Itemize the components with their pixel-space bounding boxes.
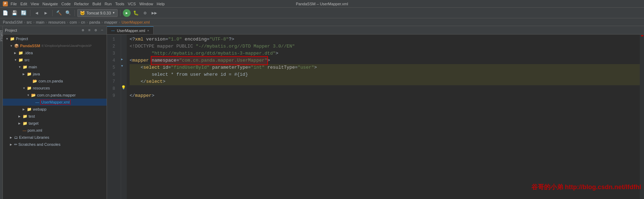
tree-main-label: main	[29, 65, 37, 69]
tree-item-resources[interactable]: ▼ 📁 resources	[3, 85, 107, 92]
project-header: Project ⊕ ≡ ⚙ −	[3, 26, 107, 35]
code-content[interactable]: <?xml version="1.0" encoding="UTF-8"?> <…	[127, 35, 640, 199]
toolbar-coverage[interactable]: ⚙	[141, 9, 149, 17]
project-list-icon[interactable]: ≡	[87, 28, 92, 33]
fold-arrow-5[interactable]: ▼	[121, 63, 127, 70]
tree-item-project-root[interactable]: ▼ 📁 Project	[3, 35, 107, 42]
side-panel: Project	[0, 26, 3, 199]
line-num-1: 1	[107, 36, 118, 43]
breadcrumb: PandaSSM › src › main › resources › com …	[0, 18, 644, 26]
line-numbers: 1 2 3 4 5 6 7 8 9	[107, 35, 121, 199]
target-folder-icon: 📁	[23, 121, 28, 126]
run-button[interactable]: ▶	[123, 9, 131, 17]
ext-lib-arrow: ▶	[10, 136, 14, 139]
tree-item-scratches[interactable]: ▶ ✏ Scratches and Consoles	[3, 141, 107, 148]
tree-item-ext-libraries[interactable]: ▶ 🗂 External Libraries	[3, 134, 107, 141]
resources-arrow: ▼	[23, 87, 27, 90]
breadcrumb-src[interactable]: src	[26, 20, 32, 24]
tree-ext-lib-label: External Libraries	[19, 135, 49, 139]
breadcrumb-mapper[interactable]: mapper	[104, 20, 117, 24]
breadcrumb-cn[interactable]: cn	[81, 20, 85, 24]
fold-arrow-4[interactable]: ▶	[121, 56, 127, 63]
app-icon: P	[3, 1, 8, 6]
menu-navigate[interactable]: Navigate	[42, 2, 58, 6]
code-line-9: </mapper>	[130, 92, 640, 99]
tree-java-label: java	[33, 72, 40, 76]
toolbar-search[interactable]: 🔍	[64, 9, 72, 17]
menu-code[interactable]: Code	[61, 2, 71, 6]
tree-item-usermapper[interactable]: — UserMapper.xml	[3, 99, 107, 106]
menu-file[interactable]: File	[11, 2, 17, 6]
line-num-9: 9	[107, 92, 118, 99]
toolbar-back[interactable]: ◀	[33, 9, 41, 17]
tree-item-src[interactable]: ▼ 📁 src	[3, 56, 107, 63]
menu-bar[interactable]: File Edit View Navigate Code Refactor Bu…	[11, 2, 165, 6]
run-config-dropdown[interactable]: 🐱 Tomcat 9.0.33 ▼	[77, 9, 118, 17]
code-line-3: "http://mybatis.org/dtd/mybatis-3-mapper…	[130, 50, 640, 57]
tree-item-main[interactable]: ▼ 📁 main	[3, 63, 107, 70]
title-bar: P File Edit View Navigate Code Refactor …	[0, 0, 644, 8]
menu-edit[interactable]: Edit	[20, 2, 27, 6]
tree-usermapper-label: UserMapper.xml	[40, 100, 71, 105]
menu-help[interactable]: Help	[157, 2, 165, 6]
debug-button[interactable]: 🐛	[132, 9, 140, 17]
menu-tools[interactable]: Tools	[115, 2, 124, 6]
tree-item-test[interactable]: ▶ 📁 test	[3, 113, 107, 120]
tree-idea-label: .idea	[24, 51, 33, 55]
tree-item-mapper-folder[interactable]: ▼ 📂 com.cn.panda.mapper	[3, 92, 107, 99]
breadcrumb-panda[interactable]: panda	[89, 20, 100, 24]
target-arrow: ▶	[18, 122, 23, 125]
editor-left-gutter: 1 2 3 4 5 6 7 8 9 ▶	[107, 35, 127, 199]
tree-item-idea[interactable]: ▶ 📁 .idea	[3, 49, 107, 56]
scrollbar[interactable]	[640, 35, 644, 199]
tree-item-pomxml[interactable]: — pom.xml	[3, 127, 107, 134]
breadcrumb-pandassmm[interactable]: PandaSSM	[3, 20, 23, 24]
pandassmm-arrow: ▼	[10, 44, 14, 48]
lamp-8[interactable]: 💡	[121, 84, 127, 91]
project-folder-icon: 📁	[10, 37, 15, 41]
webapp-arrow: ▶	[23, 108, 27, 111]
tree-item-pandassmm[interactable]: ▼ 📦 PandaSSM E:\Dropbox\phoenix\JavaProj…	[3, 42, 107, 49]
project-settings-icon[interactable]: ⚙	[93, 28, 98, 33]
dropdown-arrow-icon: ▼	[112, 11, 115, 14]
menu-build[interactable]: Build	[93, 2, 101, 6]
breadcrumb-file[interactable]: UserMapper.xml	[121, 20, 150, 24]
project-minimize-icon[interactable]: −	[100, 28, 105, 33]
line-num-4: 4	[107, 57, 118, 64]
webapp-folder-icon: 📁	[27, 107, 32, 112]
code-editor[interactable]: 1 2 3 4 5 6 7 8 9 ▶	[107, 35, 644, 199]
toolbar-forward[interactable]: ▶	[42, 9, 50, 17]
menu-refactor[interactable]: Refactor	[74, 2, 89, 6]
project-add-icon[interactable]: ⊕	[80, 28, 85, 33]
breadcrumb-com[interactable]: com	[70, 20, 77, 24]
project-panel: Project ⊕ ≡ ⚙ − ▼ 📁 Project ▼ 📦 PandaS	[3, 26, 107, 199]
project-arrow: ▼	[6, 37, 10, 41]
toolbar: 📄 💾 🔄 ◀ ▶ 🔨 🔍 🐱 Tomcat 9.0.33 ▼ ▶ 🐛 ⚙ ▶▶	[0, 8, 644, 18]
tree-item-com-cn-panda[interactable]: 📂 com.cn.panda	[3, 77, 107, 85]
mapper-folder-arrow: ▼	[27, 94, 31, 97]
menu-window[interactable]: Window	[139, 2, 153, 6]
tree-item-target[interactable]: ▶ 📁 target	[3, 120, 107, 127]
toolbar-save[interactable]: 💾	[11, 9, 18, 17]
src-folder-icon: 📁	[18, 58, 23, 62]
breadcrumb-resources[interactable]: resources	[48, 20, 65, 24]
tab-label: UserMapper.xml	[117, 29, 145, 33]
editor-area: — UserMapper.xml × 1 2 3 4 5 6 7 8 9	[107, 26, 644, 199]
toolbar-more[interactable]: ▶▶	[150, 9, 158, 17]
menu-run[interactable]: Run	[105, 2, 112, 6]
tree-pom-label: pom.xml	[28, 128, 42, 132]
window-title: PandaSSM – UserMapper.xml	[296, 2, 348, 6]
toolbar-sync[interactable]: 🔄	[20, 9, 28, 17]
tree-item-java[interactable]: ▶ 📁 java	[3, 70, 107, 77]
menu-view[interactable]: View	[31, 2, 39, 6]
menu-vcs[interactable]: VCS	[128, 2, 136, 6]
code-line-4: <mapper namespace="com.cn.panda.mapper.U…	[130, 57, 640, 64]
tree-src-label: src	[24, 58, 30, 62]
test-folder-icon: 📁	[23, 114, 28, 119]
tree-item-webapp[interactable]: ▶ 📁 webapp	[3, 106, 107, 113]
tab-close-button[interactable]: ×	[147, 29, 149, 32]
toolbar-hammer[interactable]: 🔨	[55, 9, 63, 17]
toolbar-new[interactable]: 📄	[1, 9, 9, 17]
editor-tab-usermapper[interactable]: — UserMapper.xml ×	[107, 26, 154, 34]
breadcrumb-main[interactable]: main	[36, 20, 44, 24]
